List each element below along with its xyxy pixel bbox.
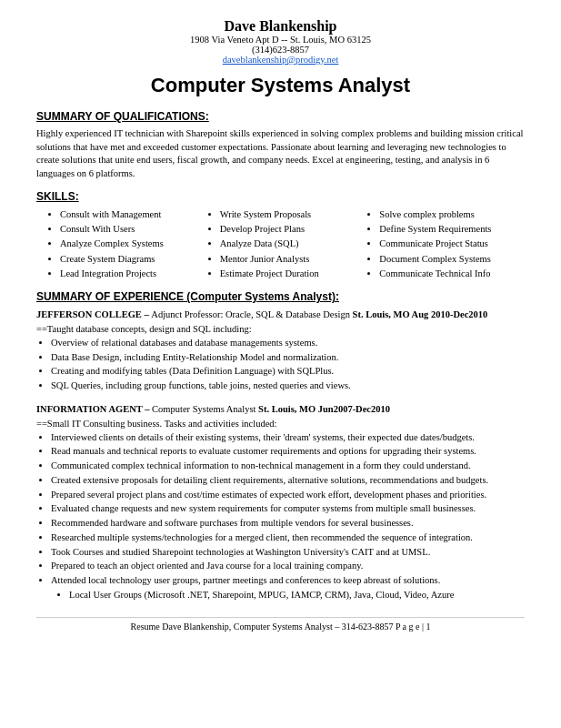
bullet-item: Attended local technology user groups, p…: [51, 573, 525, 588]
experience-section: SUMMARY OF EXPERIENCE (Computer Systems …: [36, 290, 525, 602]
skill-item: Define System Requirements: [379, 222, 525, 237]
bullet-item: Took Courses and studied Sharepoint tech…: [51, 545, 525, 560]
skill-item: Analyze Complex Systems: [60, 237, 205, 251]
bullet-item: Prepared several project plans and cost/…: [51, 488, 525, 502]
job-location: St. Louis, MO Jun2007-Dec2010: [255, 404, 390, 414]
dash: –: [143, 404, 153, 414]
skill-item: Communicate Technical Info: [379, 267, 525, 281]
bullet-item: Researched multiple systems/technologies…: [51, 531, 525, 545]
job-header: JEFFERSON COLLEGE – Adjunct Professor: O…: [36, 308, 525, 322]
job-intro: ==Taught database concepts, design and S…: [36, 324, 525, 334]
company-name: JEFFERSON COLLEGE: [36, 309, 142, 319]
header-email[interactable]: daveblankenship@prodigy.net: [36, 55, 525, 65]
job-entry: INFORMATION AGENT – Computer Systems Ana…: [36, 402, 525, 602]
summary-section: SUMMARY OF QUALIFICATIONS: Highly experi…: [36, 110, 525, 181]
skill-item: Solve complex problems: [379, 207, 525, 222]
bullet-item: SQL Queries, including group functions, …: [51, 379, 525, 393]
skills-col-2: Write System ProposalsDevelop Project Pl…: [205, 207, 366, 281]
job-role: Computer Systems Analyst: [152, 404, 255, 414]
skill-item: Lead Integration Projects: [60, 267, 205, 281]
bullet-item: Read manuals and technical reports to ev…: [51, 444, 525, 459]
job-bullets: Interviewed clients on details of their …: [36, 430, 525, 602]
job-role: Adjunct Professor: Oracle, SQL & Databas…: [151, 309, 350, 319]
skills-grid: Consult with ManagementConsult With User…: [45, 207, 525, 281]
skill-item: Mentor Junior Analysts: [220, 252, 366, 267]
bullet-item: Evaluated change requests and new system…: [51, 501, 525, 516]
bullet-item: Prepared to teach an object oriented and…: [51, 559, 525, 573]
header-name: Dave Blankenship: [36, 18, 525, 35]
skill-item: Analyze Data (SQL): [220, 237, 366, 251]
header: Dave Blankenship 1908 Via Veneto Apt D -…: [36, 18, 525, 65]
job-title: Computer Systems Analyst: [36, 74, 525, 97]
skill-item: Estimate Project Duration: [220, 267, 366, 281]
footer-text: Resume Dave Blankenship, Computer System…: [131, 622, 431, 632]
bullet-item: Overview of relational databases and dat…: [51, 336, 525, 350]
job-location: St. Louis, MO Aug 2010-Dec2010: [350, 309, 487, 319]
job-header: INFORMATION AGENT – Computer Systems Ana…: [36, 402, 525, 417]
job-intro: ==Small IT Consulting business. Tasks an…: [36, 419, 525, 429]
skills-col-3: Solve complex problemsDefine System Requ…: [365, 207, 525, 281]
header-address: 1908 Via Veneto Apt D -- St. Louis, MO 6…: [36, 35, 525, 45]
bullet-item: Communicated complex technical informati…: [51, 459, 525, 473]
skill-item: Write System Proposals: [220, 207, 366, 222]
header-phone: (314)623-8857: [36, 45, 525, 55]
summary-heading: SUMMARY OF QUALIFICATIONS:: [36, 110, 525, 123]
footer: Resume Dave Blankenship, Computer System…: [36, 617, 525, 632]
skill-item: Develop Project Plans: [220, 222, 366, 237]
skill-item: Document Complex Systems: [379, 252, 525, 267]
dash: –: [142, 309, 152, 319]
experience-heading: SUMMARY OF EXPERIENCE (Computer Systems …: [36, 290, 525, 303]
summary-text: Highly experienced IT technician with Sh…: [36, 127, 525, 181]
skills-col-1: Consult with ManagementConsult With User…: [45, 207, 205, 281]
bullet-item: Created extensive proposals for detailin…: [51, 473, 525, 488]
sub-bullet-item: Local User Groups (Microsoft .NET, Share…: [69, 588, 525, 602]
job-entry: JEFFERSON COLLEGE – Adjunct Professor: O…: [36, 308, 525, 393]
job-bullets: Overview of relational databases and dat…: [36, 336, 525, 393]
bullet-item: Creating and modifying tables (Data Defi…: [51, 364, 525, 379]
skill-item: Create System Diagrams: [60, 252, 205, 267]
bullet-item: Data Base Design, including Entity-Relat…: [51, 350, 525, 365]
bullet-item: Recommended hardware and software purcha…: [51, 516, 525, 531]
bullet-item: Interviewed clients on details of their …: [51, 430, 525, 445]
sub-bullets: Local User Groups (Microsoft .NET, Share…: [51, 588, 525, 602]
skill-item: Consult with Management: [60, 207, 205, 222]
skills-section: SKILLS: Consult with ManagementConsult W…: [36, 190, 525, 281]
company-name: INFORMATION AGENT: [36, 404, 143, 414]
skill-item: Communicate Project Status: [379, 237, 525, 251]
skill-item: Consult With Users: [60, 222, 205, 237]
skills-heading: SKILLS:: [36, 190, 525, 203]
